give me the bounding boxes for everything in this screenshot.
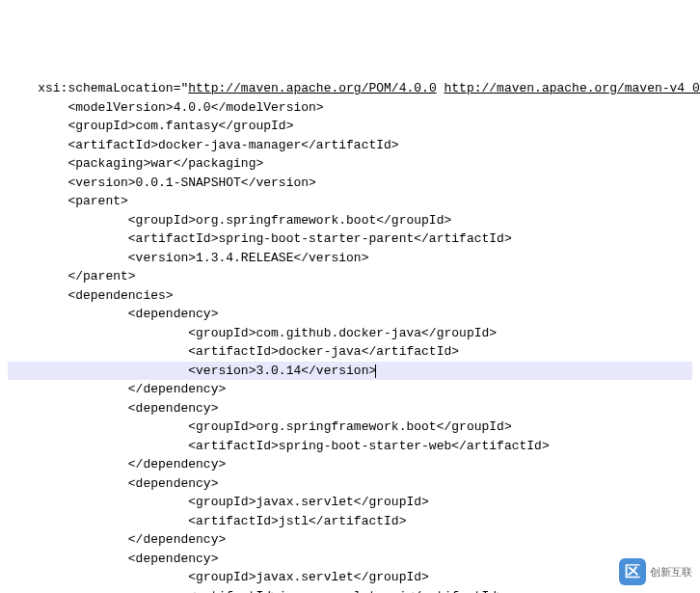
- code-line: <dependencies>: [8, 286, 692, 306]
- code-line: <groupId>org.springframework.boot</group…: [8, 211, 692, 230]
- code-line: <dependency>: [8, 550, 692, 569]
- code-line: <packaging>war</packaging>: [8, 154, 692, 174]
- code-line: <dependency>: [8, 305, 692, 324]
- code-line: <dependency>: [8, 399, 692, 418]
- code-line: </dependency>: [8, 380, 692, 399]
- code-line: <dependency>: [8, 474, 692, 494]
- code-line: <artifactId>javax.servlet-api</artifactI…: [8, 587, 692, 594]
- code-line: </dependency>: [8, 455, 692, 474]
- code-line: <groupId>javax.servlet</groupId>: [8, 493, 692, 512]
- url-link: http://maven.apache.org/maven-v4_0_0.xsd: [444, 81, 701, 95]
- code-line: </dependency>: [8, 530, 692, 550]
- code-line: <groupId>com.github.docker-java</groupId…: [8, 324, 692, 343]
- code-line: <artifactId>docker-java</artifactId>: [8, 342, 692, 362]
- code-line: <version>0.0.1-SNAPSHOT</version>: [8, 174, 692, 193]
- code-line: <artifactId>spring-boot-starter-parent</…: [8, 229, 692, 249]
- code-line: </parent>: [8, 267, 692, 286]
- code-line: <groupId>com.fantasy</groupId>: [8, 117, 692, 136]
- watermark-icon: 区: [619, 558, 646, 585]
- code-line: <parent>: [8, 192, 692, 211]
- code-line: <version>1.3.4.RELEASE</version>: [8, 249, 692, 268]
- code-line: <version>3.0.14</version>: [8, 362, 692, 381]
- watermark: 区 创新互联: [619, 558, 692, 585]
- watermark-text: 创新互联: [650, 564, 692, 580]
- code-line: <groupId>javax.servlet</groupId>: [8, 568, 692, 587]
- code-line: <modelVersion>4.0.0</modelVersion>: [8, 98, 692, 118]
- code-line: <artifactId>docker-java-manager</artifac…: [8, 136, 692, 155]
- code-line: <artifactId>spring-boot-starter-web</art…: [8, 437, 692, 456]
- code-line: <groupId>org.springframework.boot</group…: [8, 418, 692, 437]
- code-viewer: xsi:schemaLocation="http://maven.apache.…: [8, 79, 692, 593]
- url-link: http://maven.apache.org/POM/4.0.0: [188, 81, 436, 95]
- code-line: xsi:schemaLocation="http://maven.apache.…: [8, 79, 692, 98]
- text-cursor: [375, 364, 376, 378]
- code-line: <artifactId>jstl</artifactId>: [8, 512, 692, 531]
